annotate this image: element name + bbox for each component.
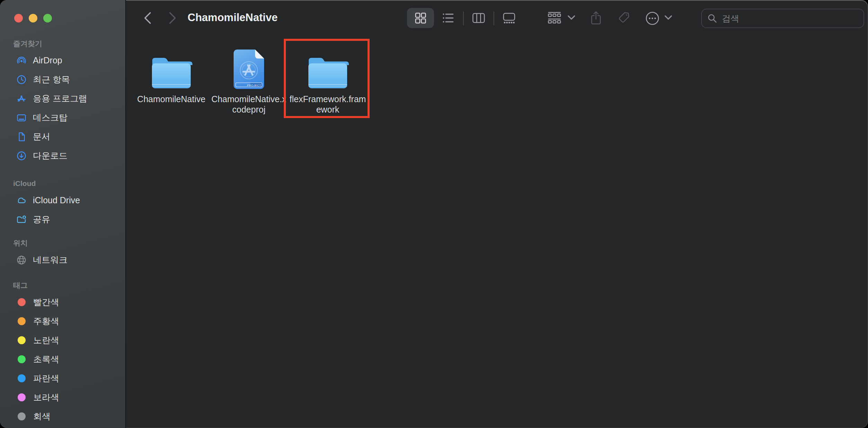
sidebar-item-label: AirDrop bbox=[33, 55, 62, 65]
sidebar-item-label: 빨간색 bbox=[33, 296, 59, 308]
ellipsis-circle-icon bbox=[645, 11, 660, 26]
gray-tag-icon bbox=[18, 412, 26, 420]
blue-tag-icon bbox=[18, 374, 26, 382]
cloud-icon bbox=[16, 195, 27, 206]
orange-tag-icon bbox=[18, 317, 26, 325]
group-icon bbox=[547, 11, 562, 25]
file-label: flexFramework.framework bbox=[289, 94, 367, 115]
sidebar-item-desktop[interactable]: 데스크탑 bbox=[0, 108, 125, 127]
sidebar-item-airdrop[interactable]: AirDrop bbox=[0, 51, 125, 70]
toolbar: ChamomileNative bbox=[127, 0, 868, 36]
list-view-icon bbox=[442, 12, 454, 24]
sidebar-item-tag-purple[interactable]: 보라색 bbox=[0, 388, 125, 407]
document-icon bbox=[16, 131, 27, 142]
zoom-button[interactable] bbox=[43, 14, 52, 23]
list-view-button[interactable] bbox=[437, 10, 459, 26]
yellow-tag-icon bbox=[18, 336, 26, 344]
sidebar-item-downloads[interactable]: 다운로드 bbox=[0, 146, 125, 165]
sidebar-item-label: 노란색 bbox=[33, 335, 59, 346]
sidebar-item-recents[interactable]: 최근 항목 bbox=[0, 70, 125, 89]
download-icon bbox=[16, 150, 27, 161]
toolbar-separator bbox=[463, 11, 464, 25]
back-button[interactable] bbox=[139, 10, 156, 26]
file-browser-area: ChamomileNative bbox=[127, 36, 868, 428]
sidebar-section-icloud: iCloud bbox=[13, 179, 125, 188]
sidebar-item-label: 다운로드 bbox=[33, 150, 67, 161]
sidebar-item-label: 회색 bbox=[33, 411, 51, 422]
sidebar-item-network[interactable]: 네트워크 bbox=[0, 250, 125, 269]
sidebar-item-label: 보라색 bbox=[33, 392, 59, 403]
chevron-down-icon bbox=[567, 15, 576, 20]
clock-icon bbox=[16, 74, 27, 85]
sidebar-item-label: 최근 항목 bbox=[33, 74, 70, 85]
project-badge: PROJECT bbox=[247, 84, 261, 87]
column-view-button[interactable] bbox=[468, 10, 489, 26]
sidebar-item-label: 초록색 bbox=[33, 354, 59, 365]
file-item-chamomilenative[interactable]: ChamomileNative bbox=[134, 48, 208, 104]
minimize-button[interactable] bbox=[29, 14, 37, 23]
sidebar-item-tag-green[interactable]: 초록색 bbox=[0, 350, 125, 369]
sidebar-item-label: iCloud Drive bbox=[33, 195, 80, 205]
gallery-view-icon bbox=[503, 12, 516, 24]
search-field[interactable] bbox=[701, 9, 864, 28]
sidebar-item-tag-blue[interactable]: 파란색 bbox=[0, 369, 125, 388]
sidebar: 즐겨찾기 AirDrop bbox=[0, 0, 126, 428]
sidebar-section-locations: 위치 bbox=[13, 239, 125, 248]
desktop-icon bbox=[16, 112, 27, 123]
sidebar-item-tag-yellow[interactable]: 노란색 bbox=[0, 331, 125, 350]
sidebar-item-tag-red[interactable]: 빨간색 bbox=[0, 293, 125, 312]
traffic-lights bbox=[0, 0, 125, 23]
more-options-button[interactable] bbox=[644, 10, 660, 26]
sidebar-item-shared[interactable]: 공유 bbox=[0, 210, 125, 229]
share-icon bbox=[590, 11, 602, 25]
purple-tag-icon bbox=[18, 393, 26, 401]
folder-icon bbox=[307, 48, 349, 89]
airdrop-icon bbox=[16, 55, 27, 66]
app-store-icon bbox=[16, 93, 27, 104]
sidebar-item-icloud-drive[interactable]: iCloud Drive bbox=[0, 191, 125, 210]
tag-icon bbox=[617, 11, 631, 25]
forward-button[interactable] bbox=[164, 10, 181, 26]
page-title: ChamomileNative bbox=[188, 11, 278, 24]
sidebar-item-label: 주황색 bbox=[33, 315, 59, 327]
xcode-project-icon: PROJECT bbox=[233, 48, 264, 89]
chevron-down-icon bbox=[664, 15, 672, 20]
sidebar-item-label: 파란색 bbox=[33, 373, 59, 384]
sidebar-item-applications[interactable]: 응용 프로그램 bbox=[0, 89, 125, 108]
sidebar-item-label: 공유 bbox=[33, 214, 50, 225]
file-item-flexframework[interactable]: flexFramework.framework bbox=[289, 48, 367, 115]
file-item-xcodeproj[interactable]: PROJECT ChamomileNative.xcodeproj bbox=[210, 48, 288, 115]
sidebar-item-tag-orange[interactable]: 주황색 bbox=[0, 312, 125, 331]
search-icon bbox=[707, 14, 717, 23]
grid-view-icon bbox=[414, 12, 427, 24]
chevron-left-icon bbox=[143, 11, 152, 25]
finder-window: 즐겨찾기 AirDrop bbox=[0, 0, 868, 428]
shared-folder-icon bbox=[16, 214, 27, 225]
sidebar-item-label: 문서 bbox=[33, 131, 50, 142]
sidebar-item-tag-gray[interactable]: 회색 bbox=[0, 407, 125, 426]
icon-view-button[interactable] bbox=[407, 8, 434, 28]
green-tag-icon bbox=[18, 355, 26, 363]
chevron-right-icon bbox=[168, 11, 177, 25]
column-view-icon bbox=[472, 12, 485, 24]
sidebar-section-tags: 태그 bbox=[13, 281, 125, 290]
globe-icon bbox=[16, 255, 27, 266]
red-tag-icon bbox=[18, 298, 26, 306]
group-button[interactable] bbox=[545, 10, 563, 26]
sidebar-item-label: 데스크탑 bbox=[33, 112, 67, 123]
folder-icon bbox=[150, 48, 192, 89]
toolbar-separator bbox=[494, 11, 494, 25]
share-button[interactable] bbox=[588, 9, 604, 27]
sidebar-item-label: 응용 프로그램 bbox=[33, 93, 87, 104]
file-label: ChamomileNative bbox=[137, 94, 205, 104]
sidebar-section-favorites: 즐겨찾기 bbox=[13, 39, 125, 48]
search-input[interactable] bbox=[721, 13, 858, 24]
sidebar-item-documents[interactable]: 문서 bbox=[0, 127, 125, 146]
file-label: ChamomileNative.xcodeproj bbox=[210, 94, 288, 115]
more-menu-chevron[interactable] bbox=[664, 13, 673, 22]
gallery-view-button[interactable] bbox=[498, 10, 520, 26]
tag-button[interactable] bbox=[615, 10, 632, 26]
close-button[interactable] bbox=[14, 14, 23, 23]
sidebar-item-label: 네트워크 bbox=[33, 254, 67, 266]
group-menu-chevron[interactable] bbox=[567, 13, 576, 22]
